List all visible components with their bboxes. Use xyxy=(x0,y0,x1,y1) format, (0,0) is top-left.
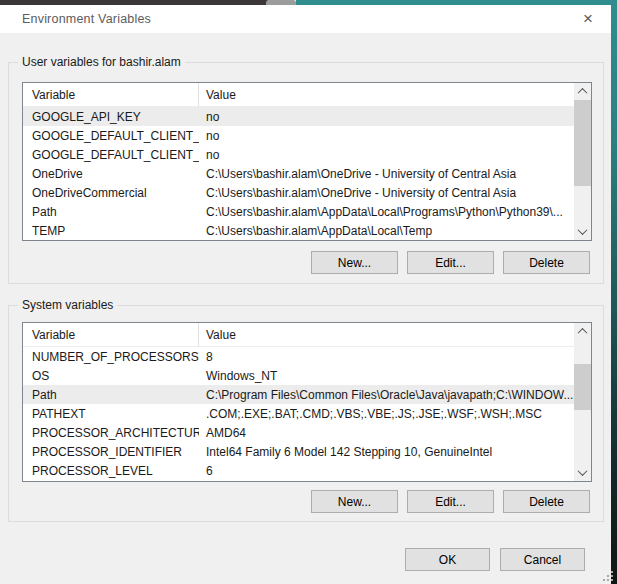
variable-name: OS xyxy=(23,369,199,383)
chevron-down-icon xyxy=(578,225,588,235)
scrollbar-thumb[interactable] xyxy=(574,364,591,410)
variable-value: AMD64 xyxy=(199,426,574,440)
variable-value: C:\Users\bashir.alam\AppData\Local\Progr… xyxy=(199,205,574,219)
variable-name: PROCESSOR_LEVEL xyxy=(23,464,199,478)
variable-name: PROCESSOR_ARCHITECTURE xyxy=(23,426,199,440)
system-variables-table[interactable]: Variable Value NUMBER_OF_PROCESSORS8OSWi… xyxy=(22,322,592,482)
variable-row[interactable]: PROCESSOR_ARCHITECTUREAMD64 xyxy=(23,423,574,442)
variable-row[interactable]: PROCESSOR_IDENTIFIERIntel64 Family 6 Mod… xyxy=(23,442,574,461)
variable-name: OneDrive xyxy=(23,167,199,181)
variable-value: 6 xyxy=(199,464,574,478)
variable-name: GOOGLE_DEFAULT_CLIENT_ID xyxy=(23,129,199,143)
variable-value: C:\Users\bashir.alam\AppData\Local\Temp xyxy=(199,224,574,238)
variable-value: C:\Users\bashir.alam\OneDrive - Universi… xyxy=(199,167,574,181)
variable-name: NUMBER_OF_PROCESSORS xyxy=(23,350,199,364)
system-variables-group-label: System variables xyxy=(18,298,117,312)
user-delete-button-label: Delete xyxy=(529,256,564,270)
user-column-header-variable[interactable]: Variable xyxy=(23,83,199,106)
environment-variables-dialog: Environment Variables × User variables f… xyxy=(0,0,617,584)
variable-row[interactable]: GOOGLE_DEFAULT_CLIENT_IDno xyxy=(23,126,574,145)
scroll-down-button[interactable] xyxy=(574,223,591,240)
chevron-up-icon xyxy=(578,88,588,98)
user-edit-button[interactable]: Edit... xyxy=(407,251,494,274)
variable-row[interactable]: NUMBER_OF_PROCESSORS8 xyxy=(23,347,574,366)
cancel-button-label: Cancel xyxy=(524,553,561,567)
background-window-right-edge xyxy=(611,0,617,584)
system-delete-button[interactable]: Delete xyxy=(503,490,590,513)
scrollbar-thumb[interactable] xyxy=(574,100,591,186)
variable-name: TEMP xyxy=(23,224,199,238)
variable-row[interactable]: PATHEXT.COM;.EXE;.BAT;.CMD;.VBS;.VBE;.JS… xyxy=(23,404,574,423)
user-table-header: Variable Value xyxy=(23,83,591,107)
variable-row[interactable]: OSWindows_NT xyxy=(23,366,574,385)
variable-value: .COM;.EXE;.BAT;.CMD;.VBS;.VBE;.JS;.JSE;.… xyxy=(199,407,574,421)
resize-grip[interactable] xyxy=(603,571,613,581)
dialog-title: Environment Variables xyxy=(22,12,151,26)
variable-name: Path xyxy=(23,205,199,219)
user-new-button[interactable]: New... xyxy=(311,251,398,274)
user-edit-button-label: Edit... xyxy=(435,256,466,270)
system-column-header-value[interactable]: Value xyxy=(199,323,591,346)
variable-value: C:\Program Files\Common Files\Oracle\Jav… xyxy=(199,388,574,402)
variable-name: GOOGLE_API_KEY xyxy=(23,110,199,124)
user-delete-button[interactable]: Delete xyxy=(503,251,590,274)
user-new-button-label: New... xyxy=(338,256,371,270)
close-button[interactable]: × xyxy=(571,5,605,33)
system-new-button-label: New... xyxy=(338,495,371,509)
variable-value: Intel64 Family 6 Model 142 Stepping 10, … xyxy=(199,445,574,459)
system-table-header: Variable Value xyxy=(23,323,591,347)
variable-name: PATHEXT xyxy=(23,407,199,421)
scroll-down-button[interactable] xyxy=(574,464,591,481)
variable-row[interactable]: TEMPC:\Users\bashir.alam\AppData\Local\T… xyxy=(23,221,574,240)
variable-value: C:\Users\bashir.alam\OneDrive - Universi… xyxy=(199,186,574,200)
variable-row[interactable]: PROCESSOR_LEVEL6 xyxy=(23,461,574,480)
variable-value: 8 xyxy=(199,350,574,364)
cancel-button[interactable]: Cancel xyxy=(500,548,585,571)
variable-value: Windows_NT xyxy=(199,369,574,383)
user-variables-group-label: User variables for bashir.alam xyxy=(18,55,185,69)
user-table-scrollbar[interactable] xyxy=(574,83,591,240)
variable-row[interactable]: OneDriveC:\Users\bashir.alam\OneDrive - … xyxy=(23,164,574,183)
system-edit-button[interactable]: Edit... xyxy=(407,490,494,513)
variable-row[interactable]: PathC:\Users\bashir.alam\AppData\Local\P… xyxy=(23,202,574,221)
user-column-header-value[interactable]: Value xyxy=(199,83,591,106)
variable-value: no xyxy=(199,148,574,162)
variable-value: no xyxy=(199,129,574,143)
variable-row[interactable]: OneDriveCommercialC:\Users\bashir.alam\O… xyxy=(23,183,574,202)
scroll-up-button[interactable] xyxy=(574,83,591,100)
variable-row[interactable]: GOOGLE_API_KEYno xyxy=(23,107,574,126)
system-delete-button-label: Delete xyxy=(529,495,564,509)
system-column-header-variable[interactable]: Variable xyxy=(23,323,199,346)
variable-row[interactable]: GOOGLE_DEFAULT_CLIENT_S...no xyxy=(23,145,574,164)
variable-name: Path xyxy=(23,388,199,402)
variable-row[interactable]: PathC:\Program Files\Common Files\Oracle… xyxy=(23,385,574,404)
system-edit-button-label: Edit... xyxy=(435,495,466,509)
close-icon: × xyxy=(583,9,593,29)
chevron-down-icon xyxy=(578,466,588,476)
variable-name: GOOGLE_DEFAULT_CLIENT_S... xyxy=(23,148,199,162)
variable-name: PROCESSOR_IDENTIFIER xyxy=(23,445,199,459)
user-rows: GOOGLE_API_KEYnoGOOGLE_DEFAULT_CLIENT_ID… xyxy=(23,107,574,240)
scroll-up-button[interactable] xyxy=(574,323,591,340)
system-new-button[interactable]: New... xyxy=(311,490,398,513)
system-rows: NUMBER_OF_PROCESSORS8OSWindows_NTPathC:\… xyxy=(23,347,574,481)
variable-value: no xyxy=(199,110,574,124)
variable-name: OneDriveCommercial xyxy=(23,186,199,200)
system-table-scrollbar[interactable] xyxy=(574,323,591,481)
ok-button-label: OK xyxy=(439,553,456,567)
chevron-up-icon xyxy=(578,328,588,338)
user-variables-table[interactable]: Variable Value GOOGLE_API_KEYnoGOOGLE_DE… xyxy=(22,82,592,241)
dialog-titlebar: Environment Variables × xyxy=(0,5,611,33)
ok-button[interactable]: OK xyxy=(405,548,490,571)
